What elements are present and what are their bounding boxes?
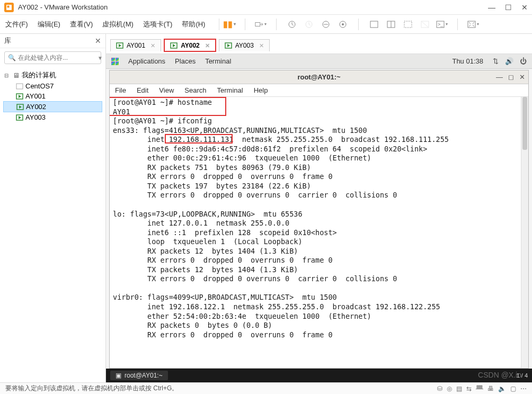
- terminal-maximize-button[interactable]: ◻: [508, 73, 514, 81]
- tab-label: AY003: [235, 42, 254, 49]
- activities-icon[interactable]: [111, 58, 119, 65]
- device-disk-icon[interactable]: ⛁: [437, 385, 442, 392]
- tab-ay002[interactable]: AY002 ✕: [164, 39, 216, 51]
- tree-item-ay001[interactable]: AY001: [3, 91, 102, 101]
- tree-item-ay002[interactable]: AY002: [3, 101, 102, 112]
- library-tree: ⊟ 🖥 我的计算机 CentOS7 AY001 AY002: [0, 67, 105, 124]
- view-stretch-button[interactable]: [402, 19, 414, 30]
- device-network-icon[interactable]: ⇆: [466, 385, 472, 392]
- app-icon: [4, 3, 14, 12]
- network-icon[interactable]: ⇅: [493, 57, 499, 65]
- window-titlebar: AY002 - VMware Workstation — ☐ ✕: [0, 0, 532, 15]
- vm-running-icon: [16, 93, 23, 100]
- search-icon: 🔍: [8, 54, 16, 61]
- menu-edit[interactable]: 编辑(E): [38, 20, 60, 29]
- svg-rect-17: [16, 84, 23, 89]
- tab-ay003[interactable]: AY003 ✕: [219, 39, 270, 51]
- terminal-menubar: File Edit View Search Terminal Help: [110, 84, 528, 97]
- scrollbar-thumb[interactable]: [522, 97, 527, 150]
- svg-marker-23: [19, 116, 21, 119]
- terminal-body[interactable]: [root@AY01 ~]# hostname AY01 [root@AY01 …: [110, 97, 528, 368]
- computer-icon: 🖥: [13, 71, 20, 79]
- device-sound-icon[interactable]: 🔈: [498, 385, 506, 392]
- term-menu-search[interactable]: Search: [184, 86, 206, 94]
- snapshot-take-button[interactable]: [303, 19, 315, 30]
- vm-tabs: AY001 ✕ AY002 ✕ AY003 ✕: [106, 34, 532, 54]
- terminal-scrollbar[interactable]: [521, 97, 528, 368]
- view-unity-button[interactable]: [419, 19, 431, 30]
- tab-label: AY002: [181, 42, 200, 49]
- term-menu-help[interactable]: Help: [254, 86, 268, 94]
- snapshot-revert-button[interactable]: [320, 19, 332, 30]
- window-title: AY002 - VMware Workstation: [18, 3, 488, 11]
- clock[interactable]: Thu 01:38: [452, 57, 483, 65]
- terminal-window[interactable]: root@AY01:~ — ◻ ✕ File Edit View Search …: [109, 70, 529, 369]
- svg-marker-19: [19, 95, 21, 98]
- library-title: 库: [4, 36, 11, 46]
- taskbar-item-label: root@AY01:~: [125, 372, 163, 379]
- device-usb-icon[interactable]: ᚙ: [476, 385, 483, 392]
- applications-menu[interactable]: Applications: [128, 57, 165, 65]
- svg-rect-11: [404, 21, 412, 28]
- svg-line-13: [421, 21, 429, 28]
- close-button[interactable]: ✕: [521, 3, 528, 12]
- terminal-titlebar[interactable]: root@AY01:~ — ◻ ✕: [110, 70, 528, 84]
- view-split-button[interactable]: [385, 19, 397, 30]
- tree-root[interactable]: ⊟ 🖥 我的计算机: [3, 69, 102, 81]
- term-menu-terminal[interactable]: Terminal: [217, 86, 243, 94]
- volume-icon[interactable]: 🔊: [505, 57, 513, 65]
- search-dropdown-icon[interactable]: ▼: [97, 55, 103, 61]
- terminal-title: root@AY01:~: [110, 73, 528, 81]
- term-menu-view[interactable]: View: [159, 86, 174, 94]
- tree-item-label: AY003: [25, 113, 46, 121]
- terminal-minimize-button[interactable]: —: [496, 73, 503, 81]
- send-input-button[interactable]: [255, 19, 267, 30]
- tab-close-icon[interactable]: ✕: [205, 42, 210, 49]
- device-cd-icon[interactable]: ◎: [447, 385, 452, 392]
- menu-file[interactable]: 文件(F): [5, 20, 28, 29]
- svg-text:>_: >_: [438, 22, 444, 27]
- fullscreen-button[interactable]: [467, 19, 479, 30]
- minimize-button[interactable]: —: [488, 3, 495, 12]
- svg-marker-29: [227, 44, 230, 47]
- tab-close-icon[interactable]: ✕: [259, 42, 264, 49]
- term-menu-edit[interactable]: Edit: [137, 86, 148, 94]
- terminal-menu[interactable]: Terminal: [205, 57, 231, 65]
- tab-label: AY001: [127, 42, 145, 49]
- search-input[interactable]: [18, 54, 97, 61]
- terminal-close-button[interactable]: ✕: [519, 73, 525, 81]
- svg-marker-25: [119, 44, 121, 47]
- view-single-button[interactable]: [368, 19, 380, 30]
- snapshot-button[interactable]: [286, 19, 298, 30]
- places-menu[interactable]: Places: [175, 57, 196, 65]
- maximize-button[interactable]: ☐: [505, 3, 512, 12]
- vm-running-icon: [16, 104, 24, 110]
- tree-item-label: CentOS7: [25, 82, 54, 90]
- tab-close-icon[interactable]: ✕: [150, 42, 155, 49]
- svg-rect-1: [7, 5, 10, 7]
- tree-root-label: 我的计算机: [22, 70, 56, 80]
- device-display-icon[interactable]: ▢: [510, 385, 516, 392]
- view-console-button[interactable]: >_: [436, 19, 448, 30]
- workspace-indicator[interactable]: 1 / 4: [517, 372, 528, 379]
- menu-vm[interactable]: 虚拟机(M): [102, 20, 134, 29]
- tab-ay001[interactable]: AY001 ✕: [110, 39, 161, 51]
- device-more-icon[interactable]: ⋯: [520, 385, 527, 392]
- menu-view[interactable]: 查看(V): [70, 20, 93, 29]
- library-search[interactable]: 🔍 ▼: [4, 51, 101, 64]
- tree-item-centos7[interactable]: CentOS7: [3, 81, 102, 91]
- menu-tabs[interactable]: 选项卡(T): [143, 20, 173, 29]
- tree-collapse-icon[interactable]: ⊟: [4, 73, 11, 78]
- menu-help[interactable]: 帮助(H): [182, 20, 205, 29]
- menubar: 文件(F) 编辑(E) 查看(V) 虚拟机(M) 选项卡(T) 帮助(H) ▮▮…: [0, 15, 532, 34]
- taskbar-terminal-item[interactable]: ▣ root@AY01:~: [110, 371, 168, 380]
- device-floppy-icon[interactable]: ▤: [456, 385, 462, 392]
- library-close-button[interactable]: ✕: [95, 37, 101, 45]
- term-menu-file[interactable]: File: [115, 86, 126, 94]
- library-sidebar: 库 ✕ 🔍 ▼ ⊟ 🖥 我的计算机 CentOS7 AY001: [0, 34, 106, 382]
- device-printer-icon[interactable]: 🖶: [487, 385, 494, 392]
- tree-item-ay003[interactable]: AY003: [3, 112, 102, 122]
- pause-button[interactable]: ▮▮: [224, 19, 235, 30]
- power-icon[interactable]: ⏻: [520, 57, 527, 65]
- snapshot-manage-button[interactable]: [337, 19, 349, 30]
